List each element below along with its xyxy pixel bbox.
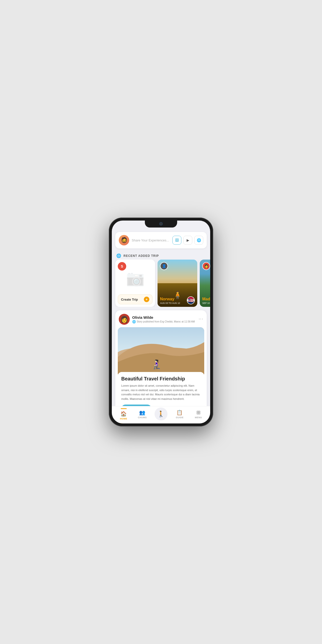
- nav-menu-label: MENU: [195, 416, 202, 419]
- section-label-text: RECENT ADDED TRIP: [123, 254, 159, 258]
- nav-item-home[interactable]: 🏠 HOME: [114, 408, 133, 422]
- nav-center-icon: 🚶: [157, 410, 165, 418]
- share-bar: 🧔 Share Your Experiences... 🖼 ▶ 🌐: [115, 232, 207, 248]
- menu-icon: ⊞: [196, 410, 201, 416]
- nav-center-button[interactable]: 🚶: [155, 408, 167, 420]
- section-title: 🌐 RECENT ADDED TRIP: [112, 251, 210, 260]
- post-author-avatar: 👩: [119, 314, 130, 325]
- phone-frame: 🧔 Share Your Experiences... 🖼 ▶ 🌐 🌐 RECE…: [109, 218, 213, 426]
- nav-chums-label: CHUMS: [138, 416, 147, 419]
- location-icon: 🌐: [132, 320, 136, 324]
- post-header: 👩 Olivia Wilde 🌐 Story published from Er…: [115, 310, 207, 327]
- nav-item-guide[interactable]: 📋 GUIDE: [170, 410, 189, 420]
- madurai-user-avatar: 👩: [202, 262, 210, 270]
- madurai-trip-card[interactable]: 🏛 👩 Madurai SEP 10 TO SEP 20 🇮🇳: [200, 260, 210, 307]
- dune-svg: [118, 327, 204, 377]
- share-placeholder-text[interactable]: Share Your Experiences...: [132, 238, 170, 242]
- create-trip-button[interactable]: Create Trip +: [118, 294, 153, 304]
- avatar-icon: 🧔: [121, 237, 127, 244]
- share-icon-group: 🖼 ▶ 🌐: [172, 236, 203, 245]
- post-location: 🌐 Story published from Erg Chebbi, Maroc…: [132, 320, 196, 324]
- bottom-nav: 🏠 HOME 👥 CHUMS 🚶 📋 GUIDE ⊞ MENU: [112, 406, 210, 424]
- plus-icon: +: [144, 297, 149, 302]
- post-body-text: Lorem ipsum dolor sit amet, consectetur …: [121, 384, 201, 401]
- notch: [145, 220, 177, 228]
- create-trip-card[interactable]: S 📷 Create Trip +: [115, 260, 155, 307]
- post-info: Olivia Wilde 🌐 Story published from Erg …: [132, 315, 196, 324]
- nav-item-menu[interactable]: ⊞ MENU: [189, 410, 208, 420]
- nav-guide-label: GUIDE: [176, 416, 184, 419]
- phone-screen: 🧔 Share Your Experiences... 🖼 ▶ 🌐 🌐 RECE…: [112, 220, 210, 424]
- video-upload-button[interactable]: ▶: [183, 236, 192, 245]
- post-author-name: Olivia Wilde: [132, 315, 196, 320]
- guide-icon: 📋: [176, 410, 183, 416]
- post-location-text: Story published from Erg Chebbi, Maroc a…: [137, 320, 195, 323]
- post-image: 🧎🏻‍♀️: [118, 327, 204, 377]
- chums-icon: 👥: [139, 410, 146, 416]
- camera-dot: [160, 222, 162, 225]
- nav-home-label: HOME: [120, 418, 127, 420]
- nav-active-indicator: [121, 408, 127, 409]
- madurai-date: SEP 10 TO SEP 20: [202, 302, 210, 304]
- section-globe-icon: 🌐: [116, 253, 121, 258]
- norway-user-avatar: 👤: [160, 262, 168, 270]
- nav-item-center[interactable]: 🚶: [152, 408, 170, 422]
- norway-flag: 🇺🇸: [187, 296, 195, 304]
- norway-trip-card[interactable]: 🧍 👤 Norway AUG 03 TO AUG 12 🇺🇸: [158, 260, 197, 307]
- trips-row: S 📷 Create Trip + 🧍: [112, 260, 210, 307]
- madurai-overlay: Madurai SEP 10 TO SEP 20: [200, 294, 210, 307]
- post-title: Beautiful Travel Friendship: [121, 376, 201, 382]
- home-icon: 🏠: [120, 411, 127, 417]
- traveler-placeholder-icon: 📷: [124, 266, 146, 290]
- screen-content[interactable]: 🧔 Share Your Experiences... 🖼 ▶ 🌐 🌐 RECE…: [112, 220, 210, 424]
- post-more-button[interactable]: ⋮: [199, 317, 203, 322]
- create-trip-label: Create Trip: [121, 298, 138, 301]
- avatar: 🧔: [119, 235, 129, 246]
- desert-image: 🧎🏻‍♀️: [118, 327, 204, 377]
- image-upload-button[interactable]: 🖼: [172, 236, 181, 245]
- globe-button[interactable]: 🌐: [194, 236, 203, 245]
- nav-item-chums[interactable]: 👥 CHUMS: [133, 410, 152, 420]
- madurai-name: Madurai: [202, 297, 210, 301]
